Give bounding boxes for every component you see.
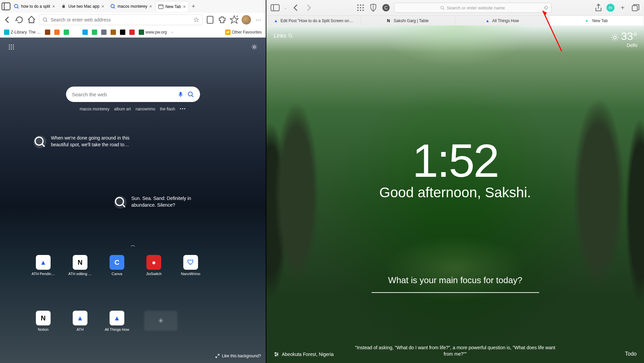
collapse-tiles-button[interactable]: ︿ xyxy=(0,242,266,248)
more-menu-button[interactable]: ⋯ xyxy=(254,15,263,24)
focus-input-line[interactable] xyxy=(372,292,539,293)
tab-overview-button[interactable] xyxy=(631,3,640,12)
quick-link[interactable]: macos monterey xyxy=(80,107,110,111)
chevron-right-icon[interactable]: › xyxy=(172,30,173,35)
quick-tile[interactable]: ▲ATH xyxy=(70,311,90,331)
back-button[interactable] xyxy=(291,3,301,12)
close-tab-icon[interactable]: × xyxy=(183,4,186,9)
home-button[interactable] xyxy=(27,15,36,24)
quick-tile[interactable]: ▲All Things How xyxy=(107,311,127,331)
bookmark-item[interactable] xyxy=(90,29,99,36)
bookmark-item[interactable] xyxy=(53,29,61,36)
bookmark-item[interactable] xyxy=(72,29,80,36)
browser-tab[interactable]: ▲Edit Post "How to do a Split Screen on… xyxy=(266,16,361,25)
bookmark-item[interactable] xyxy=(62,29,70,36)
add-tile-button[interactable]: + xyxy=(144,311,178,331)
todo-button[interactable]: Todo xyxy=(625,351,637,357)
quick-tile[interactable]: NNotion xyxy=(34,311,53,331)
browser-tab[interactable]: New Tab× xyxy=(155,1,189,12)
safari-address-bar[interactable]: Search or enter website name xyxy=(394,3,552,13)
quick-link[interactable]: the flash xyxy=(160,107,175,111)
browser-tab[interactable]: ▲All Things How xyxy=(455,16,550,25)
svg-point-21 xyxy=(13,49,14,50)
profile-avatar[interactable] xyxy=(242,15,251,24)
bookmark-item[interactable] xyxy=(109,29,117,36)
photo-location[interactable]: Abeokuta Forest, Nigeria xyxy=(274,352,334,357)
search-submit-icon[interactable] xyxy=(187,91,194,98)
browser-tab[interactable]: NSakshi Garg | Table xyxy=(361,16,455,25)
close-tab-icon[interactable]: × xyxy=(52,4,55,9)
ntp-search-input[interactable] xyxy=(72,92,174,97)
bookmark-item[interactable] xyxy=(100,29,108,36)
tab-favicon xyxy=(158,4,164,9)
vertical-tabs-button[interactable] xyxy=(1,2,11,11)
quick-tile[interactable]: CCanva xyxy=(107,255,127,276)
browser-tab[interactable]: how to do a split× xyxy=(11,1,58,12)
quick-tile[interactable]: ●JioSwitch xyxy=(144,255,164,276)
extension-grid-icon[interactable] xyxy=(356,3,365,12)
close-tab-icon[interactable]: × xyxy=(102,4,104,9)
extension-circle-icon[interactable]: C xyxy=(381,3,391,12)
sun-icon xyxy=(610,32,619,41)
new-tab-button[interactable]: + xyxy=(618,3,627,12)
bookmark-item[interactable] xyxy=(44,29,52,36)
address-input[interactable] xyxy=(51,17,191,22)
focus-prompt[interactable]: What is your main focus for today? xyxy=(355,275,556,293)
ntp-search-bar[interactable] xyxy=(66,87,200,102)
tile-label: ATH Pendin… xyxy=(30,272,57,276)
shield-icon[interactable] xyxy=(369,3,378,12)
svg-point-32 xyxy=(357,4,359,6)
favorite-star-icon[interactable] xyxy=(194,17,199,22)
svg-line-25 xyxy=(192,96,193,97)
app-launcher-icon[interactable] xyxy=(8,44,15,50)
reload-icon[interactable] xyxy=(544,5,549,10)
like-background-button[interactable]: Like this background? xyxy=(215,354,261,358)
back-button[interactable] xyxy=(3,15,12,24)
new-tab-button[interactable]: + xyxy=(189,2,198,11)
settings-icon[interactable] xyxy=(274,352,279,357)
svg-line-27 xyxy=(42,144,45,147)
browser-tab[interactable]: Use two Mac app× xyxy=(58,1,107,12)
weather-widget[interactable]: 33° Delhi xyxy=(610,30,637,48)
quick-link-more[interactable]: ••• xyxy=(180,107,186,111)
settings-gear-icon[interactable] xyxy=(251,44,258,50)
svg-point-18 xyxy=(13,47,14,48)
bookmark-item[interactable] xyxy=(81,29,89,36)
safari-tab-strip: ▲Edit Post "How to do a Split Screen on…… xyxy=(266,15,644,25)
reload-button[interactable] xyxy=(15,15,24,24)
tile-label: All Things How xyxy=(104,327,130,331)
quick-link[interactable]: nanowrimo xyxy=(136,107,155,111)
favorites-button[interactable] xyxy=(230,15,239,24)
tab-group-menu[interactable]: ⌄ xyxy=(283,3,288,12)
svg-point-36 xyxy=(360,7,361,8)
forward-button[interactable] xyxy=(304,3,313,12)
sidebar-button[interactable] xyxy=(270,3,280,12)
quick-tile[interactable]: ▲ATH Pendin… xyxy=(34,255,53,276)
svg-rect-23 xyxy=(180,92,182,95)
inspiration-card[interactable]: Sun. Sea. Sand: Definitely in abundance.… xyxy=(0,195,266,209)
share-button[interactable] xyxy=(594,3,603,12)
bookmark-favicon xyxy=(82,30,88,35)
voice-search-icon[interactable] xyxy=(177,91,184,98)
tile-icon: ▲ xyxy=(73,311,87,325)
quick-tile[interactable]: 🛡NanoWrimo xyxy=(181,255,200,276)
quick-tile[interactable]: NATH editing … xyxy=(70,255,90,276)
browser-tab[interactable]: ●New Tab xyxy=(550,16,644,25)
reading-view-button[interactable] xyxy=(205,15,215,24)
inspiration-card[interactable]: When we're done going around in this bea… xyxy=(0,135,266,148)
links-button[interactable]: Links xyxy=(274,33,293,39)
bookmark-item[interactable]: Z-Library. The wo… xyxy=(3,29,42,36)
bookmark-item[interactable]: www.pw.org xyxy=(137,29,168,36)
address-bar[interactable] xyxy=(39,14,203,25)
other-favourites-folder[interactable]: 📁 Other Favourites xyxy=(224,29,263,36)
tab-favicon: N xyxy=(387,18,392,23)
browser-tab[interactable]: macos monterey× xyxy=(107,1,155,12)
quick-link[interactable]: album art xyxy=(114,107,131,111)
daily-quote[interactable]: "Instead of asking, "What do I want from… xyxy=(355,345,556,358)
profile-avatar[interactable]: m xyxy=(606,4,615,12)
extensions-button[interactable] xyxy=(217,15,227,24)
bookmark-item[interactable] xyxy=(128,29,136,36)
bookmark-item[interactable] xyxy=(119,29,127,36)
tab-favicon xyxy=(61,4,66,9)
close-tab-icon[interactable]: × xyxy=(149,4,152,9)
